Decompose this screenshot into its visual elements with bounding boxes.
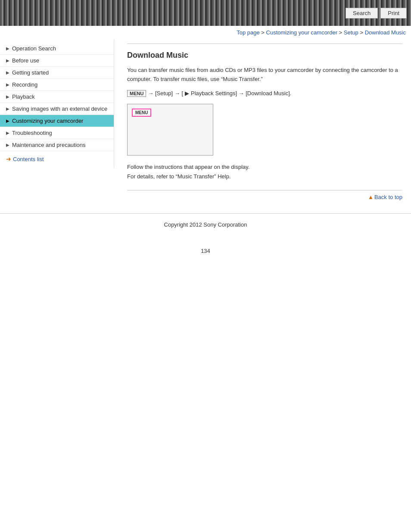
description-text: You can transfer music files from audio … <box>127 66 402 84</box>
page-title: Download Music <box>127 51 402 60</box>
arrow-icon: ▶ <box>6 118 9 123</box>
main-layout: ▶ Operation Search ▶ Before use ▶ Gettin… <box>0 39 411 213</box>
breadcrumb-top[interactable]: Top page <box>237 29 260 36</box>
arrow-icon: ▶ <box>6 82 9 87</box>
sidebar-label: Saving images with an external device <box>12 106 107 112</box>
bottom-divider <box>127 190 402 190</box>
screenshot-menu-button: MENU <box>132 109 151 117</box>
triangle-up-icon: ▲ <box>368 194 374 200</box>
breadcrumb-download[interactable]: Download Music <box>365 29 406 36</box>
breadcrumb-customizing[interactable]: Customizing your camcorder <box>266 29 337 36</box>
content-area: Download Music You can transfer music fi… <box>114 39 411 213</box>
sidebar-label: Before use <box>12 57 39 64</box>
sidebar-item-maintenance[interactable]: ▶ Maintenance and precautions <box>0 139 114 151</box>
sidebar-item-operation-search[interactable]: ▶ Operation Search <box>0 43 114 55</box>
copyright: Copyright 2012 Sony Corporation <box>0 217 411 241</box>
sidebar-label: Playback <box>12 93 35 100</box>
arrow-icon: ▶ <box>6 58 9 63</box>
footer-divider <box>0 213 411 214</box>
back-to-top-label: Back to top <box>374 194 402 200</box>
contents-arrow-icon: ➜ <box>6 156 11 162</box>
top-divider <box>127 44 402 44</box>
sidebar-item-customizing[interactable]: ▶ Customizing your camcorder <box>0 115 114 127</box>
back-to-top-link[interactable]: ▲Back to top <box>368 194 402 200</box>
menu-button-label: MENU <box>127 90 146 97</box>
menu-arrow-step1: → [Setup] → [ <box>148 90 183 96</box>
breadcrumb-sep2: > <box>337 29 344 36</box>
contents-list-label: Contents list <box>13 156 44 162</box>
breadcrumb-sep3: > <box>358 29 365 36</box>
header-buttons: Search Print <box>346 8 407 19</box>
arrow-icon: ▶ <box>6 70 9 75</box>
sidebar-item-before-use[interactable]: ▶ Before use <box>0 55 114 67</box>
page-number: 134 <box>0 241 411 261</box>
sidebar-item-getting-started[interactable]: ▶ Getting started <box>0 67 114 79</box>
sidebar: ▶ Operation Search ▶ Before use ▶ Gettin… <box>0 39 114 168</box>
follow-line1: Follow the instructions that appear on t… <box>127 164 249 170</box>
playback-icon: ▶ <box>185 90 189 96</box>
arrow-icon: ▶ <box>6 94 9 99</box>
breadcrumb-setup[interactable]: Setup <box>344 29 358 36</box>
search-button[interactable]: Search <box>346 8 378 19</box>
follow-instructions: Follow the instructions that appear on t… <box>127 162 402 181</box>
breadcrumb-sep1: > <box>260 29 266 36</box>
sidebar-label: Getting started <box>12 69 49 76</box>
print-button[interactable]: Print <box>380 8 407 19</box>
arrow-icon: ▶ <box>6 131 9 135</box>
page-header: Search Print <box>0 0 411 26</box>
sidebar-label: Troubleshooting <box>12 130 52 136</box>
sidebar-item-troubleshooting[interactable]: ▶ Troubleshooting <box>0 127 114 139</box>
menu-step2: Playback Settings] → [Download Music]. <box>191 90 291 96</box>
back-to-top: ▲Back to top <box>127 194 402 200</box>
sidebar-item-saving-images[interactable]: ▶ Saving images with an external device <box>0 103 114 115</box>
sidebar-label: Operation Search <box>12 45 56 52</box>
sidebar-label: Maintenance and precautions <box>12 142 86 148</box>
breadcrumb: Top page > Customizing your camcorder > … <box>0 26 411 39</box>
sidebar-item-playback[interactable]: ▶ Playback <box>0 91 114 103</box>
follow-line2: For details, refer to “Music Transfer” H… <box>127 173 231 180</box>
arrow-icon: ▶ <box>6 46 9 51</box>
screenshot-box: MENU <box>127 104 213 156</box>
arrow-icon: ▶ <box>6 143 9 147</box>
sidebar-label: Customizing your camcorder <box>12 118 83 124</box>
arrow-icon: ▶ <box>6 106 9 111</box>
menu-path: MENU → [Setup] → [▶Playback Settings] → … <box>127 90 402 97</box>
sidebar-item-recording[interactable]: ▶ Recording <box>0 79 114 91</box>
sidebar-label: Recording <box>12 81 37 88</box>
contents-list-link[interactable]: ➜ Contents list <box>0 151 114 165</box>
